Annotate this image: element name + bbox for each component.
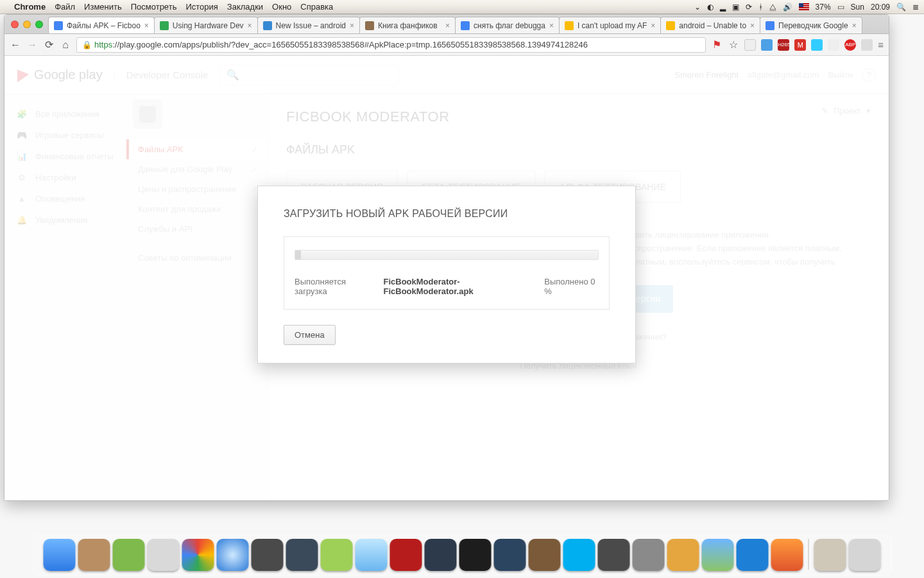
dock-safari[interactable] bbox=[217, 539, 249, 571]
ext-play-icon[interactable] bbox=[828, 39, 839, 51]
url-scheme: https bbox=[94, 40, 112, 49]
flash-icon[interactable]: ⚑ bbox=[711, 39, 723, 51]
ext-h265-icon[interactable]: H265 bbox=[778, 39, 789, 51]
home-button[interactable]: ⌂ bbox=[60, 39, 71, 51]
volume-icon[interactable]: 🔊 bbox=[783, 3, 792, 12]
reload-button[interactable]: ⟳ bbox=[43, 39, 55, 51]
window-close-icon[interactable] bbox=[11, 21, 19, 28]
dock-chrome[interactable] bbox=[182, 539, 214, 571]
battery-icon[interactable]: ▭ bbox=[837, 3, 844, 12]
ext-readability-icon[interactable] bbox=[744, 39, 756, 51]
upload-progress-fill bbox=[295, 250, 301, 259]
address-bar[interactable]: 🔒 https://play.google.com/apps/publish/?… bbox=[76, 37, 706, 53]
ext-mail-icon[interactable]: M bbox=[794, 39, 806, 51]
ext-dropbox-icon[interactable] bbox=[861, 39, 873, 51]
ext-adblock-icon[interactable]: ABP bbox=[844, 39, 856, 51]
menubar-day[interactable]: Sun bbox=[851, 3, 864, 12]
dock-app[interactable] bbox=[252, 539, 284, 571]
close-icon[interactable]: × bbox=[144, 21, 149, 30]
dock-firefox[interactable] bbox=[771, 539, 803, 571]
tab-0[interactable]: Файлы APK – Ficboo× bbox=[48, 17, 155, 33]
menu-bookmarks[interactable]: Закладки bbox=[227, 2, 263, 12]
menubar-app-name[interactable]: Chrome bbox=[14, 2, 46, 12]
menu-edit[interactable]: Изменить bbox=[84, 2, 122, 12]
tab-3[interactable]: Книга фанфиков× bbox=[359, 17, 456, 33]
mac-menubar: Chrome Файл Изменить Посмотреть История … bbox=[0, 0, 924, 14]
close-icon[interactable]: × bbox=[350, 21, 354, 30]
dock-trash[interactable] bbox=[849, 539, 881, 571]
dock-app[interactable] bbox=[355, 539, 388, 571]
menu-help[interactable]: Справка bbox=[300, 2, 333, 12]
dock-separator bbox=[809, 539, 809, 570]
bluetooth-icon[interactable]: ᚼ bbox=[758, 3, 763, 12]
back-button[interactable]: ← bbox=[10, 39, 21, 51]
chrome-menu-icon[interactable]: ≡ bbox=[878, 39, 884, 50]
dropbox-menubar-icon[interactable]: ⌄ bbox=[694, 3, 701, 12]
menubar-time[interactable]: 20:09 bbox=[871, 3, 890, 12]
wifi-icon[interactable]: ⧋ bbox=[769, 3, 776, 12]
status-icon[interactable]: ◐ bbox=[707, 3, 714, 12]
upload-apk-modal: ЗАГРУЗИТЬ НОВЫЙ APK РАБОЧЕЙ ВЕРСИИ Выпол… bbox=[257, 186, 636, 363]
ext-twitter-icon[interactable] bbox=[811, 39, 823, 51]
upload-status-prefix: Выполняется загрузка bbox=[295, 277, 372, 296]
favicon-icon bbox=[365, 21, 374, 30]
dock-skype[interactable] bbox=[563, 539, 595, 571]
favicon-icon bbox=[160, 21, 169, 30]
dock-app[interactable] bbox=[702, 539, 734, 571]
close-icon[interactable]: × bbox=[651, 21, 655, 30]
dock-app[interactable] bbox=[633, 539, 665, 571]
dock-app[interactable] bbox=[78, 539, 110, 571]
dock-app[interactable] bbox=[286, 539, 318, 571]
dock-filezilla[interactable] bbox=[390, 539, 422, 571]
dock-app[interactable] bbox=[667, 539, 699, 571]
dock-downloads[interactable] bbox=[814, 539, 846, 571]
tab-2[interactable]: New Issue – android× bbox=[257, 17, 360, 33]
ext-windows-icon[interactable] bbox=[761, 39, 773, 51]
close-icon[interactable]: × bbox=[549, 21, 554, 30]
forward-button[interactable]: → bbox=[26, 39, 38, 51]
dock-virtualbox[interactable] bbox=[425, 539, 457, 571]
dock-android[interactable] bbox=[321, 539, 353, 571]
dock-app[interactable] bbox=[113, 539, 145, 571]
spotlight-icon[interactable]: 🔍 bbox=[896, 3, 906, 12]
favicon-icon bbox=[766, 21, 774, 30]
tab-4[interactable]: снять флаг debugga× bbox=[455, 17, 560, 33]
menu-view[interactable]: Посмотреть bbox=[131, 2, 177, 12]
tab-7[interactable]: Переводчик Google× bbox=[760, 17, 862, 33]
battery-percent[interactable]: 37% bbox=[816, 3, 831, 12]
close-icon[interactable]: × bbox=[445, 21, 450, 30]
dock-launchpad[interactable] bbox=[148, 539, 180, 571]
bookmark-star-icon[interactable]: ☆ bbox=[728, 39, 739, 51]
app-indicator-icon[interactable]: ▣ bbox=[732, 3, 739, 12]
close-icon[interactable]: × bbox=[852, 21, 857, 30]
sync-icon[interactable]: ⟳ bbox=[746, 3, 752, 12]
input-flag-icon[interactable] bbox=[799, 3, 809, 10]
menu-file[interactable]: Файл bbox=[55, 2, 75, 12]
dock-app[interactable] bbox=[494, 539, 526, 571]
hat-icon[interactable]: ▂ bbox=[720, 3, 726, 12]
dock-terminal[interactable] bbox=[459, 539, 492, 571]
notification-center-icon[interactable]: ≣ bbox=[912, 3, 919, 12]
dock-app[interactable] bbox=[598, 539, 630, 571]
menu-window[interactable]: Окно bbox=[272, 2, 291, 12]
page: Google play Developer Console 🔍 Smoren F… bbox=[4, 56, 889, 500]
close-icon[interactable]: × bbox=[248, 21, 252, 30]
tab-strip: Файлы APK – Ficboo× Using Hardware Dev× … bbox=[4, 15, 889, 34]
dock-teamviewer[interactable] bbox=[737, 539, 769, 571]
menu-history[interactable]: История bbox=[185, 2, 218, 12]
tab-5[interactable]: I can't upload my AF× bbox=[559, 17, 661, 33]
toolbar: ← → ⟳ ⌂ 🔒 https://play.google.com/apps/p… bbox=[4, 34, 889, 56]
window-zoom-icon[interactable] bbox=[35, 21, 43, 28]
tab-6[interactable]: android – Unable to× bbox=[660, 17, 760, 33]
dock-app[interactable] bbox=[529, 539, 561, 571]
dock-finder[interactable] bbox=[44, 539, 76, 571]
modal-title: ЗАГРУЗИТЬ НОВЫЙ APK РАБОЧЕЙ ВЕРСИИ bbox=[284, 208, 610, 220]
cancel-button[interactable]: Отмена bbox=[284, 325, 336, 345]
lock-icon: 🔒 bbox=[82, 40, 92, 49]
upload-box: Выполняется загрузка FicBookModerator-Fi… bbox=[284, 236, 610, 310]
upload-percent: Выполнено 0 % bbox=[544, 277, 599, 296]
chrome-window: Файлы APK – Ficboo× Using Hardware Dev× … bbox=[4, 14, 889, 501]
close-icon[interactable]: × bbox=[750, 21, 755, 30]
window-minimize-icon[interactable] bbox=[23, 21, 31, 28]
tab-1[interactable]: Using Hardware Dev× bbox=[154, 17, 258, 33]
